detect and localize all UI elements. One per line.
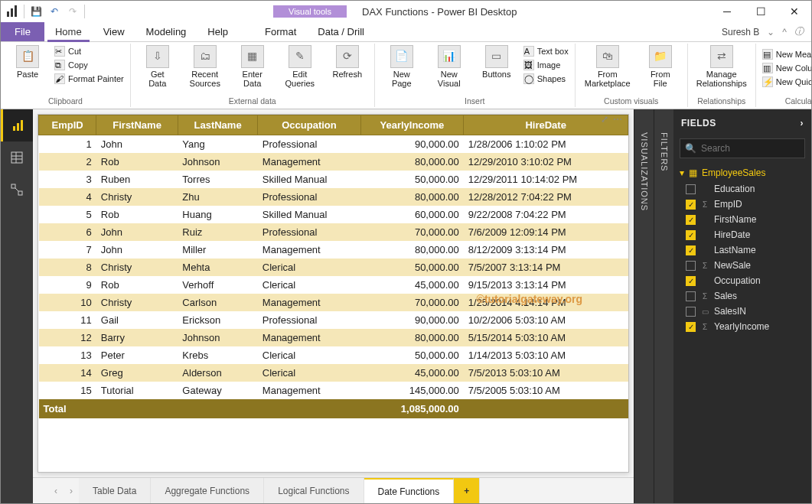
- image-button[interactable]: 🖼Image: [522, 59, 570, 71]
- table-row[interactable]: 4ChristyZhuProfessional80,000.0012/28/20…: [39, 188, 628, 206]
- column-header[interactable]: EmpID: [39, 115, 96, 135]
- table-row[interactable]: 6JohnRuizProfessional70,000.007/6/2009 1…: [39, 223, 628, 241]
- new-quick-measure-button[interactable]: ⚡New Quick Measure: [761, 76, 812, 88]
- visual-more-icon[interactable]: ⋯: [613, 114, 622, 125]
- from-file-button[interactable]: 📁From File: [638, 45, 683, 88]
- field-row[interactable]: ΣSales: [673, 288, 811, 304]
- field-row[interactable]: ✓HireDate: [673, 227, 811, 242]
- recent-sources-button[interactable]: 🗂Recent Sources: [183, 45, 227, 88]
- field-row[interactable]: ✓ΣEmpID: [673, 197, 811, 212]
- field-row[interactable]: ✓LastName: [673, 242, 811, 258]
- field-row[interactable]: ✓ΣYearlyIncome: [673, 319, 811, 334]
- table-row[interactable]: 12BarryJohnsonManagement80,000.005/15/20…: [39, 329, 628, 346]
- enter-data-button[interactable]: ▦Enter Data: [230, 45, 275, 88]
- tab-file[interactable]: File: [1, 22, 44, 41]
- field-row[interactable]: ✓Occupation: [673, 273, 811, 288]
- refresh-button[interactable]: ⟳Refresh: [325, 45, 370, 79]
- field-checkbox[interactable]: [686, 184, 696, 194]
- close-icon[interactable]: ✕: [778, 1, 811, 22]
- field-row[interactable]: Education: [673, 181, 811, 197]
- field-checkbox[interactable]: ✓: [686, 200, 696, 210]
- table-row[interactable]: 1JohnYangProfessional90,000.001/28/2006 …: [39, 135, 628, 154]
- save-icon[interactable]: 💾: [28, 3, 44, 20]
- get-data-button[interactable]: ⇩Get Data: [135, 45, 180, 88]
- cell: 80,000.00: [360, 188, 464, 206]
- search-input[interactable]: [701, 143, 812, 154]
- paste-button[interactable]: 📋Paste: [5, 45, 50, 79]
- tab-format[interactable]: Format: [254, 22, 307, 41]
- field-checkbox[interactable]: ✓: [686, 245, 696, 255]
- maximize-icon[interactable]: ☐: [744, 1, 778, 22]
- help-icon[interactable]: ⓘ: [794, 25, 804, 38]
- new-column-button[interactable]: ▥New Column: [761, 62, 812, 74]
- from-marketplace-button[interactable]: 🛍From Marketplace: [580, 45, 635, 88]
- field-checkbox[interactable]: ✓: [686, 215, 696, 225]
- svg-rect-11: [18, 191, 22, 195]
- report-canvas[interactable]: ⤢ ⋯ EmpIDFirstNameLastNameOccupationYear…: [33, 109, 634, 477]
- field-checkbox[interactable]: [686, 307, 696, 317]
- user-name[interactable]: Suresh B: [722, 27, 759, 37]
- table-node-employeesales[interactable]: ▾ ▦ EmployeeSales: [673, 164, 811, 181]
- table-row[interactable]: 13PeterKrebsClerical50,000.001/14/2013 5…: [39, 346, 628, 364]
- redo-icon[interactable]: ↷: [64, 3, 81, 20]
- field-row[interactable]: ✓FirstName: [673, 212, 811, 227]
- table-row[interactable]: 8ChristyMehtaClerical50,000.007/5/2007 3…: [39, 259, 628, 276]
- table-row[interactable]: 14GregAldersonClerical45,000.007/5/2013 …: [39, 364, 628, 382]
- new-visual-button[interactable]: 📊New Visual: [427, 45, 471, 88]
- field-checkbox[interactable]: ✓: [686, 322, 696, 332]
- tab-home[interactable]: Home: [44, 22, 93, 41]
- rail-report-view[interactable]: [1, 109, 33, 141]
- page-tab[interactable]: Date Functions: [364, 478, 455, 503]
- rail-data-view[interactable]: [1, 141, 33, 174]
- column-header[interactable]: Occupation: [258, 115, 360, 135]
- text-box-button[interactable]: AText box: [522, 45, 570, 57]
- copy-button[interactable]: ⧉Copy: [53, 59, 126, 71]
- page-tab[interactable]: Logical Functions: [264, 478, 364, 503]
- format-painter-button[interactable]: 🖌Format Painter: [53, 73, 126, 85]
- tab-help[interactable]: Help: [197, 22, 239, 41]
- table-row[interactable]: 2RobJohnsonManagement80,000.0012/29/2010…: [39, 153, 628, 171]
- fields-search[interactable]: 🔍: [680, 138, 805, 158]
- user-caret-icon[interactable]: ⌄: [767, 27, 774, 37]
- add-page-button[interactable]: +: [454, 478, 480, 503]
- table-row[interactable]: 9RobVerhoffClerical45,000.009/15/2013 3:…: [39, 276, 628, 294]
- visualizations-panel-collapsed[interactable]: VISUALIZATIONS: [634, 109, 654, 503]
- tab-view[interactable]: View: [93, 22, 135, 41]
- new-page-button[interactable]: 📄New Page: [380, 45, 424, 88]
- column-header[interactable]: FirstName: [96, 115, 178, 135]
- table-row[interactable]: 5RobHuangSkilled Manual60,000.009/22/200…: [39, 206, 628, 223]
- field-checkbox[interactable]: [686, 261, 696, 271]
- page-tab[interactable]: Table Data: [79, 478, 151, 503]
- undo-icon[interactable]: ↶: [46, 3, 63, 20]
- table-visual[interactable]: ⤢ ⋯ EmpIDFirstNameLastNameOccupationYear…: [38, 114, 629, 473]
- field-row[interactable]: ▭SalesIN: [673, 304, 811, 319]
- minimize-icon[interactable]: ─: [710, 1, 744, 22]
- field-checkbox[interactable]: [686, 291, 696, 301]
- cell: 50,000.00: [360, 346, 464, 364]
- table-row[interactable]: 11GailEricksonProfessional90,000.0010/2/…: [39, 311, 628, 329]
- fields-collapse-icon[interactable]: ›: [801, 118, 804, 128]
- table-row[interactable]: 7JohnMillerManagement80,000.008/12/2009 …: [39, 241, 628, 259]
- column-header[interactable]: LastName: [178, 115, 258, 135]
- buttons-button[interactable]: ▭Buttons: [474, 45, 519, 79]
- manage-relationships-button[interactable]: ⇄Manage Relationships: [693, 45, 751, 88]
- page-prev-icon[interactable]: ‹: [48, 478, 64, 503]
- table-row[interactable]: 3RubenTorresSkilled Manual50,000.0012/29…: [39, 171, 628, 188]
- field-row[interactable]: ΣNewSale: [673, 258, 811, 273]
- visual-focus-icon[interactable]: ⤢: [601, 114, 608, 125]
- page-tab[interactable]: Aggregate Functions: [151, 478, 264, 503]
- edit-queries-button[interactable]: ✎Edit Queries: [278, 45, 322, 88]
- tab-data-drill[interactable]: Data / Drill: [307, 22, 375, 41]
- rail-model-view[interactable]: [1, 174, 33, 206]
- tab-modeling[interactable]: Modeling: [135, 22, 197, 41]
- page-next-icon[interactable]: ›: [64, 478, 79, 503]
- ribbon-collapse-icon[interactable]: ^: [782, 27, 787, 37]
- shapes-button[interactable]: ◯Shapes: [522, 73, 570, 85]
- table-row[interactable]: 15TutorialGatewayManagement145,000.007/5…: [39, 382, 628, 399]
- filters-panel-collapsed[interactable]: FILTERS: [654, 109, 673, 503]
- field-checkbox[interactable]: ✓: [686, 276, 696, 286]
- field-checkbox[interactable]: ✓: [686, 230, 696, 240]
- cut-button[interactable]: ✂Cut: [53, 45, 126, 57]
- new-measure-button[interactable]: ▤New Measure: [761, 48, 812, 60]
- column-header[interactable]: YearlyIncome: [360, 115, 464, 135]
